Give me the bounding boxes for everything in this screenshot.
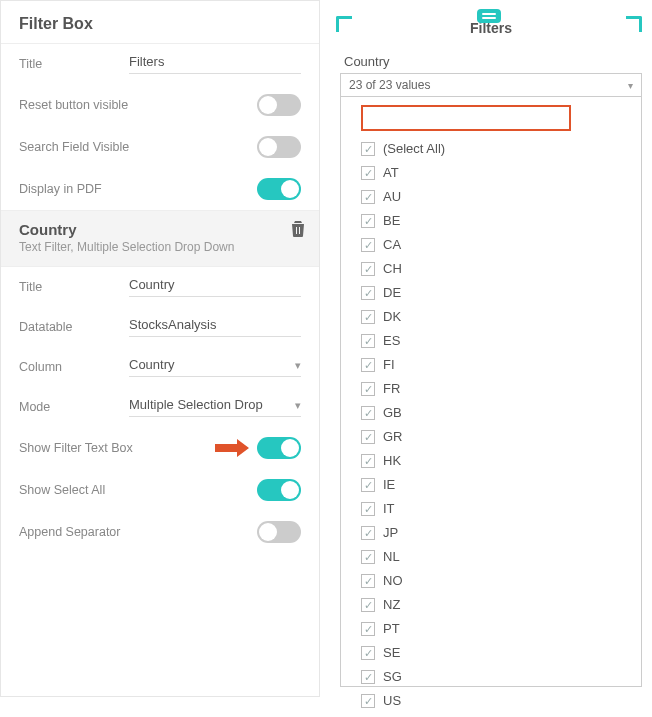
search-visible-label: Search Field Visible (19, 140, 160, 154)
option-label: US (383, 691, 401, 711)
datatable-label: Datatable (19, 320, 129, 334)
option-item[interactable]: ✓HK (347, 449, 635, 473)
option-label: FI (383, 355, 395, 375)
option-label: NL (383, 547, 400, 567)
option-label: GR (383, 427, 403, 447)
option-item[interactable]: ✓AU (347, 185, 635, 209)
checkbox-checked-icon: ✓ (361, 262, 375, 276)
option-label: AU (383, 187, 401, 207)
option-item[interactable]: ✓JP (347, 521, 635, 545)
append-separator-label: Append Separator (19, 525, 160, 539)
option-item[interactable]: ✓GB (347, 401, 635, 425)
show-filter-textbox-label: Show Filter Text Box (19, 441, 160, 455)
checkbox-checked-icon: ✓ (361, 622, 375, 636)
column-label: Column (19, 360, 129, 374)
option-label: JP (383, 523, 398, 543)
checkbox-checked-icon: ✓ (361, 214, 375, 228)
option-item[interactable]: ✓PT (347, 617, 635, 641)
mode-value: Multiple Selection Drop (129, 397, 263, 412)
checkbox-checked-icon: ✓ (361, 430, 375, 444)
option-label: DK (383, 307, 401, 327)
append-separator-toggle[interactable] (257, 521, 301, 543)
filter-section-header[interactable]: Country Text Filter, Multiple Selection … (1, 210, 319, 267)
selection-corner-icon (626, 16, 642, 32)
checkbox-checked-icon: ✓ (361, 478, 375, 492)
option-label: ES (383, 331, 400, 351)
option-item[interactable]: ✓AT (347, 161, 635, 185)
option-item[interactable]: ✓NZ (347, 593, 635, 617)
checkbox-checked-icon: ✓ (361, 382, 375, 396)
option-label: DE (383, 283, 401, 303)
title-input[interactable]: Filters (129, 54, 301, 74)
option-item[interactable]: ✓GR (347, 425, 635, 449)
preview-search-input[interactable] (361, 105, 571, 131)
mode-select[interactable]: Multiple Selection Drop ▾ (129, 397, 301, 417)
option-label: SG (383, 667, 402, 687)
option-item[interactable]: ✓DE (347, 281, 635, 305)
checkbox-checked-icon: ✓ (361, 550, 375, 564)
trash-icon[interactable] (291, 221, 305, 240)
search-visible-toggle[interactable] (257, 136, 301, 158)
option-label: PT (383, 619, 400, 639)
checkbox-checked-icon: ✓ (361, 166, 375, 180)
filter-title-label: Title (19, 280, 129, 294)
panel-header: Filter Box (1, 1, 319, 44)
checkbox-checked-icon: ✓ (361, 670, 375, 684)
option-item[interactable]: ✓SE (347, 641, 635, 665)
chevron-down-icon: ▾ (628, 80, 633, 91)
drag-handle-icon[interactable] (477, 9, 501, 23)
reset-visible-toggle[interactable] (257, 94, 301, 116)
datatable-input[interactable]: StocksAnalysis (129, 317, 301, 337)
filter-section-sub: Text Filter, Multiple Selection Drop Dow… (19, 240, 301, 254)
checkbox-checked-icon: ✓ (361, 406, 375, 420)
title-label: Title (19, 57, 129, 71)
option-item[interactable]: ✓IE (347, 473, 635, 497)
chevron-down-icon: ▾ (295, 359, 301, 372)
display-pdf-toggle[interactable] (257, 178, 301, 200)
option-label: BE (383, 211, 400, 231)
option-item[interactable]: ✓DK (347, 305, 635, 329)
option-label: SE (383, 643, 400, 663)
checkbox-checked-icon: ✓ (361, 310, 375, 324)
option-item[interactable]: ✓NO (347, 569, 635, 593)
option-item[interactable]: ✓FR (347, 377, 635, 401)
checkbox-checked-icon: ✓ (361, 238, 375, 252)
option-item[interactable]: ✓IT (347, 497, 635, 521)
preview-field-label: Country (340, 54, 642, 69)
option-label: HK (383, 451, 401, 471)
show-select-all-toggle[interactable] (257, 479, 301, 501)
option-label: CA (383, 235, 401, 255)
chevron-down-icon: ▾ (295, 399, 301, 412)
show-filter-textbox-toggle[interactable] (257, 437, 301, 459)
option-item[interactable]: ✓BE (347, 209, 635, 233)
option-label: IE (383, 475, 395, 495)
filter-title-input[interactable]: Country (129, 277, 301, 297)
option-item[interactable]: ✓ES (347, 329, 635, 353)
display-pdf-label: Display in PDF (19, 182, 160, 196)
option-item[interactable]: ✓SG (347, 665, 635, 689)
checkbox-checked-icon: ✓ (361, 190, 375, 204)
checkbox-checked-icon: ✓ (361, 286, 375, 300)
option-label: NZ (383, 595, 400, 615)
preview-summary: 23 of 23 values (349, 78, 430, 92)
show-select-all-label: Show Select All (19, 483, 160, 497)
option-item[interactable]: ✓NL (347, 545, 635, 569)
option-item[interactable]: ✓CA (347, 233, 635, 257)
preview-pane: Filters Country 23 of 23 values ▾ ✓ (Sel… (326, 0, 652, 697)
filter-section-title: Country (19, 221, 301, 238)
selection-corner-icon (336, 16, 352, 32)
preview-dropdown-panel: ✓ (Select All) ✓AT✓AU✓BE✓CA✓CH✓DE✓DK✓ES✓… (340, 97, 642, 687)
checkbox-checked-icon: ✓ (361, 598, 375, 612)
option-select-all[interactable]: ✓ (Select All) (347, 137, 635, 161)
option-item[interactable]: ✓US (347, 689, 635, 713)
option-item[interactable]: ✓FI (347, 353, 635, 377)
checkbox-checked-icon: ✓ (361, 502, 375, 516)
option-label: (Select All) (383, 139, 445, 159)
config-panel: Filter Box Title Filters Reset button vi… (0, 0, 320, 697)
column-select[interactable]: Country ▾ (129, 357, 301, 377)
column-value: Country (129, 357, 175, 372)
option-item[interactable]: ✓CH (347, 257, 635, 281)
checkbox-checked-icon: ✓ (361, 526, 375, 540)
option-label: FR (383, 379, 400, 399)
preview-dropdown[interactable]: 23 of 23 values ▾ (340, 73, 642, 97)
